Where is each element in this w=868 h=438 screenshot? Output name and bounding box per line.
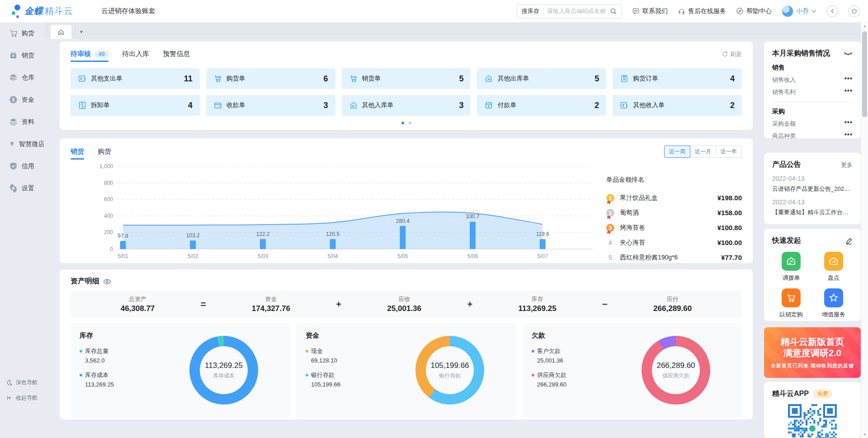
tile-receipt[interactable]: 收款单 3 xyxy=(206,95,335,116)
scrollbar-thumb[interactable] xyxy=(862,31,867,117)
formula-payable: 应付 266,289.60 xyxy=(653,295,692,313)
survey-banner[interactable]: 精斗云新版首页 满意度调研2.0 全新首页已到来 期待收到您的反馈 xyxy=(764,327,861,378)
quick-action-stocktake[interactable]: 盘点 xyxy=(815,252,853,282)
star-icon xyxy=(824,288,843,307)
payment-doc-icon xyxy=(484,101,493,110)
quick-action-transfer[interactable]: 调拨单 xyxy=(772,252,810,282)
vertical-scrollbar[interactable]: ▲ ▼ xyxy=(861,22,868,438)
tile-purchase-order[interactable]: 购货订单 4 xyxy=(613,68,742,89)
assets-title-row: 资产明细 xyxy=(71,277,742,286)
announcement-date: 2022-04-13 xyxy=(772,198,853,206)
tile-purchase-order-doc[interactable]: 购货单 6 xyxy=(206,68,335,89)
tab-list-dropdown[interactable]: ▼ xyxy=(79,29,84,34)
sidebar-item-funds[interactable]: 资金 xyxy=(0,89,44,111)
search-icon[interactable] xyxy=(610,8,617,15)
back-button[interactable] xyxy=(826,5,838,17)
range-year-button[interactable]: 近一年 xyxy=(716,146,742,158)
tile-count: 4 xyxy=(188,101,193,110)
inventory-search-box[interactable]: 搜库存 xyxy=(517,4,622,19)
formula-value: 113,269.25 xyxy=(518,304,556,313)
carousel-dot-2[interactable] xyxy=(409,122,411,124)
chat-icon xyxy=(632,7,640,15)
tab-pending-audit[interactable]: 待审核 49 xyxy=(71,50,108,62)
quick-actions-grid: 调拨单 盘点 以销定购 增值服务 xyxy=(772,252,853,319)
ranking-item-amount: ¥100.00 xyxy=(717,239,742,246)
quick-action-value-added[interactable]: 增值服务 xyxy=(815,288,853,319)
tile-other-income[interactable]: 其他收入单 2 xyxy=(613,95,742,116)
donut-center-value: 113,269.25 xyxy=(205,361,243,370)
dark-nav-toggle[interactable]: 深色导航 xyxy=(0,375,44,390)
app-logo[interactable]: 金蝶 精斗云 xyxy=(9,4,73,19)
tab-warnings[interactable]: 预警信息 xyxy=(163,50,190,62)
quick-action-sales-purchase[interactable]: 以销定购 xyxy=(772,288,810,319)
sidebar-item-credit[interactable]: 信用 xyxy=(0,155,44,177)
silver-medal-icon: 2 xyxy=(606,209,614,217)
headset-icon xyxy=(678,7,685,15)
moon-icon xyxy=(6,379,13,386)
quick-actions-title-row: 快速发起 xyxy=(772,236,853,245)
range-week-button[interactable]: 近一周 xyxy=(664,146,690,158)
tile-label: 拆卸单 xyxy=(91,101,110,109)
wallet-icon xyxy=(213,101,222,110)
scroll-up-arrow[interactable]: ▲ xyxy=(861,22,868,29)
sidebar-item-settings[interactable]: 设置 xyxy=(0,177,44,199)
eye-closed-icon[interactable] xyxy=(844,51,853,57)
donut-center-label: 供应商欠款 xyxy=(662,372,689,380)
tile-other-expense[interactable]: 其他支出单 11 xyxy=(71,68,200,89)
sidebar-item-smart-store[interactable]: 智慧微店 xyxy=(0,133,44,155)
ranking-row[interactable]: 5 西红柿意粉酱190g*6 ¥77.70 xyxy=(606,250,742,265)
tile-other-outbound[interactable]: 其他出库单 5 xyxy=(477,68,606,89)
tab-sales-trend[interactable]: 销货 xyxy=(71,147,84,160)
legend-dot xyxy=(306,350,308,353)
clipboard-icon xyxy=(620,74,629,83)
announcement-link[interactable]: 【重要通知】精斗云工作台域... xyxy=(772,208,853,217)
tab-pending-stock[interactable]: 待出入库 xyxy=(122,50,149,62)
ranking-row[interactable]: 2 葡萄酒 ¥158.00 xyxy=(606,205,742,220)
tile-disassembly[interactable]: 拆卸单 4 xyxy=(71,95,200,116)
tile-other-inbound[interactable]: 其他入库单 3 xyxy=(342,95,471,116)
after-sales-link[interactable]: 售后在线服务 xyxy=(678,7,726,15)
scroll-down-arrow[interactable]: ▼ xyxy=(861,431,868,438)
refresh-button[interactable]: 刷新 xyxy=(722,50,742,62)
help-center-link[interactable]: 帮助中心 xyxy=(736,7,772,15)
avatar[interactable] xyxy=(782,5,793,17)
search-input[interactable] xyxy=(547,8,610,14)
formula-label: 应收 xyxy=(387,295,421,303)
tile-sales-order-doc[interactable]: 销货单 5 xyxy=(342,68,471,89)
banner-line1: 精斗云新版首页 xyxy=(781,336,844,348)
sidebar-item-purchase[interactable]: 购货 xyxy=(0,22,44,44)
sidebar-item-data[interactable]: 资料 xyxy=(0,111,44,133)
quick-action-label: 盘点 xyxy=(828,274,840,282)
tab-purchase-trend[interactable]: 购货 xyxy=(98,147,111,160)
more-link[interactable]: 更多 xyxy=(841,161,853,169)
tab-home[interactable] xyxy=(51,25,71,39)
tabstrip-divider xyxy=(75,28,75,36)
main-content: 待审核 49 待出入库 预警信息 刷新 其他支出单 11 购货单 6 xyxy=(44,39,861,438)
formula-value: 25,001.36 xyxy=(387,304,421,313)
user-menu[interactable]: 小乔 xyxy=(782,5,816,17)
logout-button[interactable] xyxy=(848,5,860,17)
sidebar-item-sales[interactable]: 销货 xyxy=(0,44,44,66)
range-month-button[interactable]: 近一月 xyxy=(690,146,716,158)
tile-count: 5 xyxy=(459,74,463,84)
ranking-title: 单品金额排名 xyxy=(606,176,742,184)
sidebar-label: 资料 xyxy=(22,118,34,126)
tile-payment[interactable]: 付款单 2 xyxy=(477,95,606,116)
svg-text:0: 0 xyxy=(110,246,113,252)
eye-open-icon[interactable] xyxy=(103,278,111,285)
collapse-nav-button[interactable]: 收起导航 xyxy=(0,390,44,405)
sidebar-item-warehouse[interactable]: 仓库 xyxy=(0,66,44,89)
announcement-link[interactable]: 云进销存产品更新公告_20220... xyxy=(772,185,853,193)
summary-value-masked: *** xyxy=(844,120,853,128)
contact-us-link[interactable]: 联系我们 xyxy=(632,7,668,15)
chevron-down-icon xyxy=(811,9,816,13)
carousel-dot-1[interactable] xyxy=(401,122,404,124)
edit-pencil-icon[interactable] xyxy=(845,237,853,245)
ranking-row[interactable]: 4 夹心海苔 ¥100.00 xyxy=(606,235,742,250)
ranking-row[interactable]: 3 烤海苔卷 ¥100.80 xyxy=(606,220,742,235)
ranking-row[interactable]: 1 果汁饮品礼盒 ¥198.00 xyxy=(606,190,742,205)
search-scope-label[interactable]: 搜库存 xyxy=(522,7,539,15)
formula-value: 174,327.76 xyxy=(252,304,290,313)
asset-panel-funds: 资金 现金 69,128.10 银行存款 105,199.66 105,199.… xyxy=(297,323,516,418)
svg-text:800: 800 xyxy=(104,180,113,186)
